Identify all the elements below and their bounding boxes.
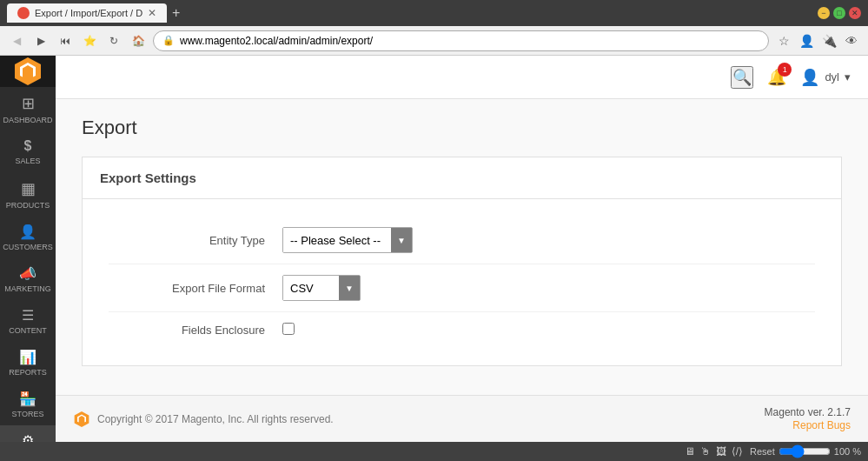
zoom-slider[interactable] (779, 444, 831, 458)
form-table: Entity Type -- Please Select -- Products… (83, 199, 841, 365)
image-icon: 🖼 (716, 445, 726, 458)
maximize-button[interactable]: □ (833, 7, 845, 19)
sales-icon: $ (24, 138, 32, 154)
app-container: ⊞ Dashboard $ Sales ▦ Products 👤 Custome… (0, 56, 868, 442)
fields-enclosure-field (282, 323, 815, 337)
footer-magento-logo-icon (73, 411, 90, 428)
sidebar-item-system[interactable]: ⚙ System (0, 425, 56, 442)
address-bar[interactable]: 🔒 (153, 30, 769, 51)
status-bar: 🖥 🖱 🖼 ⟨/⟩ Reset 100 % (0, 442, 868, 461)
user-avatar-icon: 👤 (800, 68, 819, 87)
system-icon: ⚙ (22, 432, 34, 442)
refresh-button[interactable]: ↻ (104, 31, 123, 50)
reports-icon: 📊 (19, 349, 36, 365)
sidebar-item-dashboard[interactable]: ⊞ Dashboard (0, 87, 56, 131)
csv-dropdown-btn[interactable]: ▼ (339, 276, 360, 300)
fields-enclosure-label: Fields Enclosure (109, 324, 282, 337)
home-button[interactable]: ⏮ (56, 31, 75, 50)
main-content: 🔍 🔔 1 👤 dyl ▾ Export Export Settings Ent… (56, 56, 868, 442)
sidebar-label-customers: Customers (3, 243, 52, 251)
close-button[interactable]: ✕ (849, 7, 861, 19)
notification-badge: 1 (778, 63, 792, 77)
export-format-select[interactable]: CSV XML (283, 276, 339, 300)
user-name-label: dyl (825, 70, 839, 84)
dashboard-icon: ⊞ (22, 94, 35, 113)
footer-right: Magento ver. 2.1.7 Report Bugs (765, 406, 851, 431)
notification-button[interactable]: 🔔 1 (767, 68, 786, 87)
customers-icon: 👤 (19, 224, 36, 240)
eye-btn[interactable]: 👁 (842, 31, 861, 50)
user-menu-chevron: ▾ (845, 70, 851, 84)
status-icons: 🖥 🖱 🖼 ⟨/⟩ (685, 445, 743, 458)
lock-icon: 🔒 (162, 35, 175, 46)
entity-type-row: Entity Type -- Please Select -- Products… (109, 217, 815, 264)
sidebar-item-stores[interactable]: 🏪 Stores (0, 384, 56, 425)
entity-select-wrapper: -- Please Select -- Products Customers O… (282, 227, 413, 253)
tab-title: Export / Import/Export / D (35, 8, 142, 18)
sidebar-item-sales[interactable]: $ Sales (0, 131, 56, 172)
footer-version: Magento ver. 2.1.7 (765, 406, 851, 418)
export-format-row: Export File Format CSV XML ▼ (109, 264, 815, 312)
stores-icon: 🏪 (19, 391, 36, 407)
export-format-field: CSV XML ▼ (282, 275, 815, 301)
settings-panel-title: Export Settings (83, 157, 841, 199)
content-icon: ☰ (22, 307, 34, 324)
bookmark-button[interactable]: ⭐ (80, 31, 99, 50)
sidebar-label-marketing: Marketing (4, 284, 51, 293)
page-title: Export (82, 117, 842, 139)
entity-type-field: -- Please Select -- Products Customers O… (282, 227, 815, 253)
marketing-icon: 📣 (19, 265, 36, 282)
forward-button[interactable]: ▶ (31, 31, 50, 50)
minimize-button[interactable]: − (818, 7, 830, 19)
footer-copyright: Copyright © 2017 Magento, Inc. All right… (97, 413, 334, 425)
magento-logo-icon (12, 56, 43, 87)
window-controls: − □ ✕ (818, 7, 861, 19)
fields-enclosure-row: Fields Enclosure (109, 312, 815, 348)
sidebar-label-stores: Stores (12, 410, 44, 418)
sidebar-item-customers[interactable]: 👤 Customers (0, 217, 56, 258)
sidebar-item-products[interactable]: ▦ Products (0, 172, 56, 217)
user-menu[interactable]: 👤 dyl ▾ (800, 68, 851, 87)
screen-icon: 🖥 (685, 445, 695, 458)
page-footer: Copyright © 2017 Magento, Inc. All right… (56, 395, 868, 442)
tab-close-btn[interactable]: ✕ (148, 7, 156, 19)
profile-btn[interactable]: 👤 (797, 31, 816, 50)
new-tab-button[interactable]: + (172, 5, 180, 21)
stop-button[interactable]: 🏠 (129, 31, 148, 50)
sidebar-label-dashboard: Dashboard (3, 116, 52, 124)
fields-enclosure-checkbox[interactable] (282, 323, 295, 335)
entity-select-dropdown-btn[interactable]: ▼ (391, 228, 412, 252)
zoom-reset-btn[interactable]: Reset (750, 446, 775, 457)
ext-btn[interactable]: 🔌 (819, 31, 838, 50)
top-header: 🔍 🔔 1 👤 dyl ▾ (56, 56, 868, 99)
sidebar-item-marketing[interactable]: 📣 Marketing (0, 258, 56, 300)
sidebar: ⊞ Dashboard $ Sales ▦ Products 👤 Custome… (0, 56, 56, 442)
url-input[interactable] (180, 35, 759, 47)
browser-toolbar: ◀ ▶ ⏮ ⭐ ↻ 🏠 🔒 ☆ 👤 🔌 👁 (0, 26, 868, 56)
sidebar-item-content[interactable]: ☰ Content (0, 300, 56, 342)
browser-chrome: Export / Import/Export / D ✕ + − □ ✕ (0, 0, 868, 26)
search-button[interactable]: 🔍 (731, 66, 753, 89)
sidebar-logo (0, 56, 56, 87)
report-bugs-link[interactable]: Report Bugs (792, 419, 851, 431)
zoom-level-label: 100 % (834, 446, 861, 457)
code-icon: ⟨/⟩ (732, 445, 743, 458)
entity-type-select[interactable]: -- Please Select -- Products Customers O… (283, 228, 391, 252)
export-settings-panel: Export Settings Entity Type -- Please Se… (82, 157, 842, 366)
products-icon: ▦ (21, 179, 36, 198)
star-btn[interactable]: ☆ (774, 31, 793, 50)
sidebar-label-sales: Sales (15, 157, 40, 165)
browser-tab[interactable]: Export / Import/Export / D ✕ (7, 3, 167, 23)
zoom-control: Reset 100 % (750, 444, 861, 458)
entity-type-label: Entity Type (109, 234, 282, 247)
back-button[interactable]: ◀ (7, 31, 26, 50)
export-format-label: Export File Format (109, 282, 282, 295)
page-content: Export Export Settings Entity Type -- Pl… (56, 99, 868, 395)
footer-logo: Copyright © 2017 Magento, Inc. All right… (73, 411, 334, 428)
sidebar-label-content: Content (9, 326, 47, 335)
monitor-icon: 🖱 (700, 445, 711, 458)
sidebar-item-reports[interactable]: 📊 Reports (0, 342, 56, 384)
browser-actions: ☆ 👤 🔌 👁 (774, 31, 861, 50)
sidebar-label-reports: Reports (9, 368, 46, 377)
tab-favicon (17, 7, 30, 19)
